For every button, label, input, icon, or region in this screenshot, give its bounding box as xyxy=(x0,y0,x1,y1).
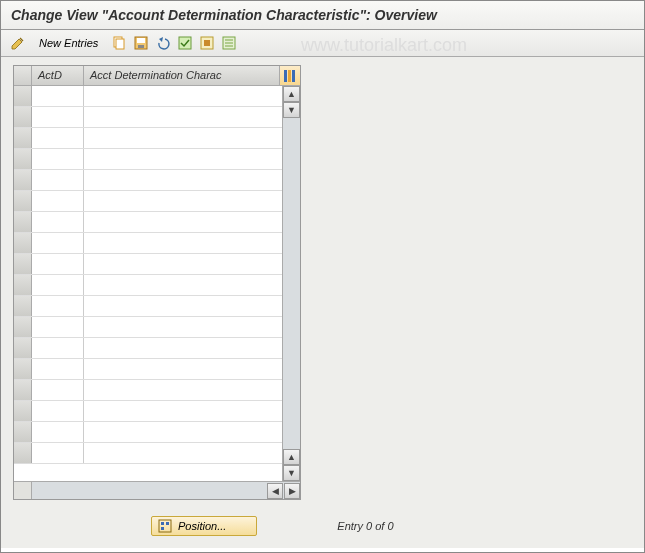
cell-desc[interactable] xyxy=(84,317,282,337)
column-header-desc[interactable]: Acct Determination Charac xyxy=(84,66,280,85)
cell-actd[interactable] xyxy=(32,443,84,463)
table-row xyxy=(14,254,282,275)
print-icon[interactable] xyxy=(220,34,238,52)
hscroll-track[interactable]: ◀ ▶ xyxy=(32,482,300,499)
row-selector[interactable] xyxy=(14,233,32,253)
title-bar: Change View "Account Determination Chara… xyxy=(1,1,644,30)
cell-desc[interactable] xyxy=(84,359,282,379)
row-selector[interactable] xyxy=(14,254,32,274)
scroll-up-step-icon[interactable]: ▲ xyxy=(283,449,300,465)
row-selector[interactable] xyxy=(14,191,32,211)
position-label: Position... xyxy=(178,520,226,532)
horizontal-scrollbar: ◀ ▶ xyxy=(14,481,300,499)
svg-rect-4 xyxy=(138,45,144,48)
scroll-up-icon[interactable]: ▲ xyxy=(283,86,300,102)
cell-actd[interactable] xyxy=(32,107,84,127)
row-selector[interactable] xyxy=(14,275,32,295)
scroll-right-icon[interactable]: ▶ xyxy=(284,483,300,499)
footer: Position... Entry 0 of 0 xyxy=(1,516,644,536)
table-row xyxy=(14,107,282,128)
svg-rect-15 xyxy=(159,520,171,532)
cell-desc[interactable] xyxy=(84,422,282,442)
table-row xyxy=(14,401,282,422)
cell-actd[interactable] xyxy=(32,86,84,106)
new-entries-label: New Entries xyxy=(39,37,98,49)
svg-rect-1 xyxy=(116,39,124,49)
cell-desc[interactable] xyxy=(84,212,282,232)
position-button[interactable]: Position... xyxy=(151,516,257,536)
select-all-header[interactable] xyxy=(14,66,32,85)
row-selector[interactable] xyxy=(14,86,32,106)
table-row xyxy=(14,128,282,149)
row-selector[interactable] xyxy=(14,380,32,400)
cell-desc[interactable] xyxy=(84,254,282,274)
cell-desc[interactable] xyxy=(84,443,282,463)
cell-actd[interactable] xyxy=(32,401,84,421)
select-all-icon[interactable] xyxy=(176,34,194,52)
cell-desc[interactable] xyxy=(84,338,282,358)
cell-actd[interactable] xyxy=(32,191,84,211)
save-icon[interactable] xyxy=(132,34,150,52)
cell-desc[interactable] xyxy=(84,170,282,190)
cell-desc[interactable] xyxy=(84,380,282,400)
cell-actd[interactable] xyxy=(32,149,84,169)
cell-actd[interactable] xyxy=(32,380,84,400)
scroll-down-icon[interactable]: ▼ xyxy=(283,465,300,481)
column-header-actd[interactable]: ActD xyxy=(32,66,84,85)
scroll-down-step-icon[interactable]: ▼ xyxy=(283,102,300,118)
cell-actd[interactable] xyxy=(32,359,84,379)
cell-actd[interactable] xyxy=(32,212,84,232)
scroll-left-icon[interactable]: ◀ xyxy=(267,483,283,499)
row-selector[interactable] xyxy=(14,401,32,421)
table-row xyxy=(14,191,282,212)
cell-desc[interactable] xyxy=(84,191,282,211)
deselect-all-icon[interactable] xyxy=(198,34,216,52)
cell-actd[interactable] xyxy=(32,233,84,253)
cell-actd[interactable] xyxy=(32,317,84,337)
vertical-scrollbar[interactable]: ▲ ▼ ▲ ▼ xyxy=(282,86,300,481)
row-selector[interactable] xyxy=(14,443,32,463)
change-icon[interactable] xyxy=(9,34,27,52)
cell-actd[interactable] xyxy=(32,338,84,358)
corner-cell xyxy=(14,482,32,499)
cell-desc[interactable] xyxy=(84,296,282,316)
table-row xyxy=(14,296,282,317)
svg-rect-18 xyxy=(161,527,164,530)
row-selector[interactable] xyxy=(14,317,32,337)
svg-rect-13 xyxy=(288,70,291,82)
cell-actd[interactable] xyxy=(32,422,84,442)
cell-desc[interactable] xyxy=(84,149,282,169)
table-row xyxy=(14,338,282,359)
row-selector[interactable] xyxy=(14,422,32,442)
table-row xyxy=(14,380,282,401)
row-selector[interactable] xyxy=(14,107,32,127)
cell-actd[interactable] xyxy=(32,128,84,148)
cell-actd[interactable] xyxy=(32,254,84,274)
copy-icon[interactable] xyxy=(110,34,128,52)
row-selector[interactable] xyxy=(14,296,32,316)
table-settings-icon[interactable] xyxy=(280,66,300,85)
table-row xyxy=(14,170,282,191)
cell-desc[interactable] xyxy=(84,128,282,148)
new-entries-button[interactable]: New Entries xyxy=(31,35,106,51)
cell-desc[interactable] xyxy=(84,401,282,421)
row-selector[interactable] xyxy=(14,128,32,148)
row-selector[interactable] xyxy=(14,212,32,232)
cell-desc[interactable] xyxy=(84,233,282,253)
table-row xyxy=(14,275,282,296)
svg-rect-12 xyxy=(284,70,287,82)
cell-desc[interactable] xyxy=(84,86,282,106)
table-row xyxy=(14,86,282,107)
row-selector[interactable] xyxy=(14,359,32,379)
undo-icon[interactable] xyxy=(154,34,172,52)
cell-actd[interactable] xyxy=(32,170,84,190)
table-header: ActD Acct Determination Charac xyxy=(14,66,300,86)
cell-actd[interactable] xyxy=(32,296,84,316)
row-selector[interactable] xyxy=(14,170,32,190)
row-selector[interactable] xyxy=(14,338,32,358)
cell-actd[interactable] xyxy=(32,275,84,295)
row-selector[interactable] xyxy=(14,149,32,169)
cell-desc[interactable] xyxy=(84,275,282,295)
cell-desc[interactable] xyxy=(84,107,282,127)
table-row xyxy=(14,149,282,170)
